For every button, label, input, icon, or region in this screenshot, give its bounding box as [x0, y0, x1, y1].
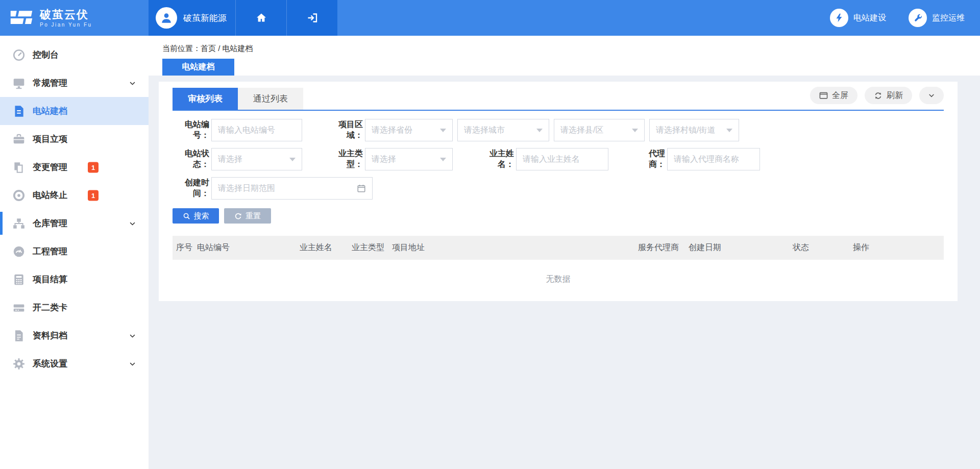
- breadcrumb-path[interactable]: 首页 / 电站建档: [201, 44, 253, 53]
- county-select[interactable]: 请选择县/区: [554, 119, 645, 141]
- breadcrumb-bar: 当前位置：首页 / 电站建档 电站建档: [149, 36, 980, 76]
- brand-subtitle: Po Jian Yun Fu: [40, 22, 92, 28]
- caret-down-icon: [726, 129, 732, 132]
- sidebar-item-system-settings[interactable]: 系统设置: [0, 350, 149, 378]
- caret-down-icon: [536, 129, 543, 132]
- caret-down-icon: [440, 158, 446, 161]
- avatar[interactable]: [156, 7, 177, 29]
- province-select[interactable]: 请选择省份: [365, 119, 453, 141]
- col-actions: 操作: [853, 242, 944, 253]
- sidebar-item-project-initiation[interactable]: 项目立项: [0, 125, 149, 153]
- agent-input[interactable]: [674, 155, 753, 164]
- sidebar-item-dashboard[interactable]: 控制台: [0, 41, 149, 69]
- station-no-field: [211, 119, 302, 141]
- sidebar-item-change-mgmt[interactable]: 变更管理 1: [0, 153, 149, 181]
- owner-type-label: 业主类型：: [327, 149, 363, 170]
- sitemap-icon: [12, 217, 26, 230]
- search-button[interactable]: 搜索: [173, 208, 219, 224]
- user-name: 破茧新能源: [183, 12, 227, 24]
- file-icon: [12, 329, 26, 342]
- sidebar-item-label: 资料归档: [33, 330, 67, 341]
- module-label: 监控运维: [932, 13, 965, 23]
- module-monitor-ops[interactable]: 监控运维: [909, 9, 965, 27]
- logout-button[interactable]: [286, 0, 337, 36]
- main-area: 当前位置：首页 / 电站建档 电站建档 审核列表 通过列表: [149, 36, 980, 469]
- refresh-button[interactable]: 刷新: [865, 87, 912, 104]
- create-time-field[interactable]: [211, 177, 373, 200]
- module-station-build[interactable]: 电站建设: [830, 9, 886, 27]
- col-status: 状态: [793, 242, 853, 253]
- sidebar-item-open-type2-card[interactable]: 开二类卡: [0, 293, 149, 322]
- bank-card-icon: [12, 301, 26, 314]
- fullscreen-button[interactable]: 全屏: [810, 87, 857, 104]
- chevron-down-icon: [129, 360, 136, 367]
- col-project-address: 项目地址: [392, 242, 638, 253]
- station-status-value: 请选择: [218, 154, 242, 165]
- owner-name-label: 业主姓名：: [478, 149, 514, 170]
- card-tabs-row: 审核列表 通过列表 全屏: [173, 82, 944, 111]
- gauge-icon: [12, 245, 26, 258]
- record-circle-icon: [12, 189, 26, 202]
- user-icon: [160, 11, 173, 24]
- home-button[interactable]: [235, 0, 286, 36]
- chevron-down-icon: [927, 91, 936, 100]
- station-filing-card: 审核列表 通过列表 全屏: [159, 82, 958, 301]
- filter-form: 电站编号： 项目区域： 请选择省份 请选择城市: [173, 111, 944, 224]
- page-tab-station-filing[interactable]: 电站建档: [162, 59, 234, 76]
- station-no-label: 电站编号：: [173, 119, 209, 141]
- col-owner-type: 业主类型: [352, 242, 392, 253]
- search-label: 搜索: [194, 211, 209, 221]
- sidebar-item-general-mgmt[interactable]: 常规管理: [0, 69, 149, 97]
- user-menu[interactable]: 破茧新能源: [149, 0, 235, 36]
- owner-name-field: [516, 148, 608, 170]
- copy-pages-icon: [12, 161, 26, 174]
- reset-button[interactable]: 重置: [224, 208, 271, 224]
- search-icon: [183, 212, 190, 220]
- sidebar-item-label: 仓库管理: [33, 217, 67, 229]
- document-icon: [12, 105, 26, 118]
- sign-in-icon: [306, 12, 318, 24]
- tab-review-list[interactable]: 审核列表: [173, 88, 238, 110]
- fullscreen-icon: [819, 92, 828, 100]
- sidebar-item-warehouse-mgmt[interactable]: 仓库管理: [0, 209, 149, 237]
- owner-name-input[interactable]: [523, 155, 602, 164]
- sidebar-item-station-filing[interactable]: 电站建档: [0, 97, 149, 125]
- sidebar-item-data-archive[interactable]: 资料归档: [0, 322, 149, 350]
- change-mgmt-badge: 1: [88, 162, 99, 172]
- owner-type-select[interactable]: 请选择: [365, 148, 453, 170]
- app-root: 破茧云伏 Po Jian Yun Fu 破茧新能源: [0, 0, 980, 469]
- caret-down-icon: [440, 129, 446, 132]
- station-no-input[interactable]: [218, 126, 296, 135]
- station-status-select[interactable]: 请选择: [211, 148, 302, 170]
- filter-row-2: 电站状态： 请选择 业主类型： 请选择 业主姓名：: [173, 148, 944, 170]
- sidebar-item-label: 常规管理: [33, 77, 67, 89]
- empty-state: 无数据: [173, 260, 944, 299]
- top-header: 破茧云伏 Po Jian Yun Fu 破茧新能源: [0, 0, 980, 36]
- sidebar-item-label: 系统设置: [33, 358, 67, 369]
- reset-icon: [234, 212, 242, 220]
- create-time-label: 创建时间：: [173, 178, 209, 199]
- station-status-label: 电站状态：: [173, 149, 209, 170]
- col-create-date: 创建日期: [689, 242, 793, 253]
- sidebar-item-engineering-mgmt[interactable]: 工程管理: [0, 237, 149, 265]
- agent-label: 代理商：: [636, 149, 665, 170]
- sidebar-item-station-termination[interactable]: 电站终止 1: [0, 181, 149, 209]
- town-select[interactable]: 请选择村镇/街道: [649, 119, 739, 141]
- date-range-input[interactable]: [218, 184, 357, 193]
- briefcase-icon: [12, 133, 26, 146]
- tab-passed-list[interactable]: 通过列表: [238, 88, 303, 110]
- refresh-icon: [874, 91, 883, 100]
- results-table: 序号 电站编号 业主姓名 业主类型 项目地址 服务代理商 创建日期 状态 操作 …: [173, 236, 944, 299]
- collapse-button[interactable]: [919, 87, 944, 104]
- filter-row-1: 电站编号： 项目区域： 请选择省份 请选择城市: [173, 119, 944, 141]
- chevron-down-icon: [129, 79, 136, 87]
- col-owner-name: 业主姓名: [300, 242, 352, 253]
- sidebar-item-project-settlement[interactable]: 项目结算: [0, 265, 149, 293]
- city-select[interactable]: 请选择城市: [457, 119, 549, 141]
- filter-row-3: 创建时间：: [173, 177, 944, 200]
- sidebar-item-label: 控制台: [33, 49, 59, 61]
- calendar-icon: [357, 184, 366, 193]
- monitor-icon: [12, 77, 26, 90]
- calculator-icon: [12, 273, 26, 286]
- refresh-label: 刷新: [887, 90, 903, 101]
